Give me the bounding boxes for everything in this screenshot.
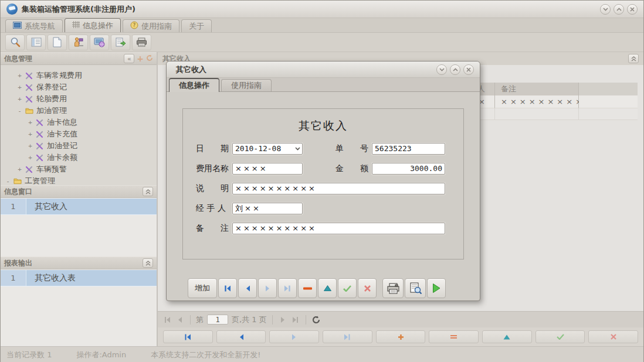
tool-icon <box>25 95 33 103</box>
prev-record-button[interactable] <box>238 278 257 298</box>
expand-marker[interactable]: + <box>28 131 33 138</box>
tree-item-label: 加油管理 <box>36 105 67 116</box>
restore-button[interactable] <box>614 4 624 15</box>
folder-icon <box>25 107 33 115</box>
print-preview-button[interactable] <box>405 278 426 298</box>
expand-marker[interactable]: + <box>17 95 22 103</box>
edit-record-button[interactable] <box>482 330 532 343</box>
export-icon[interactable] <box>111 35 130 50</box>
cancel-button[interactable] <box>358 278 377 298</box>
dialog-minimize-button[interactable] <box>436 64 447 75</box>
expand-marker[interactable]: + <box>28 119 33 127</box>
app-window: 集装箱运输管理系统(非注册用户) 系统导航 信息操作 ? 使用指南 关于 <box>0 0 644 362</box>
print-button[interactable] <box>382 278 404 298</box>
amount-input[interactable]: 3000.00 <box>372 163 445 175</box>
next-record-button[interactable] <box>258 278 277 298</box>
first-page-icon[interactable] <box>162 315 172 325</box>
collapse-up-icon[interactable] <box>143 258 153 268</box>
close-button[interactable] <box>627 4 638 15</box>
first-record-button[interactable] <box>163 330 213 343</box>
dialog-restore-button[interactable] <box>450 64 460 75</box>
dialog-tab-user-guide[interactable]: 使用指南 <box>221 79 272 91</box>
dialog-body: 其它收入 日 期 2010-12-08 单 号 56235223 费用名称 ××… <box>167 92 480 301</box>
last-page-icon[interactable] <box>291 315 300 325</box>
page-input[interactable] <box>207 315 228 325</box>
description-input[interactable]: ×××××××××× <box>232 183 445 194</box>
printer-icon[interactable] <box>132 35 151 50</box>
form-list-icon[interactable] <box>26 35 46 50</box>
tab-system-nav[interactable]: 系统导航 <box>5 19 63 32</box>
tool-icon <box>36 142 44 150</box>
tree-item-fuel-card-recharge[interactable]: +油卡充值 <box>1 128 157 140</box>
expand-marker[interactable]: + <box>28 142 33 150</box>
add-record-button[interactable] <box>376 330 426 343</box>
form-heading: 其它收入 <box>183 118 463 134</box>
chevron-down-icon[interactable] <box>293 147 302 151</box>
last-record-button[interactable] <box>278 278 297 298</box>
delete-record-button[interactable] <box>298 278 317 298</box>
sidebar: 信息管理 « + +车辆常规费用 +保养登记 +轮胎费用 -加油管理 +油卡信息… <box>1 52 158 346</box>
last-record-button[interactable] <box>323 330 372 343</box>
tree-item-refuel-register[interactable]: +加油登记 <box>1 140 157 152</box>
expand-marker[interactable]: + <box>28 154 33 162</box>
dialog-tab-info-operation[interactable]: 信息操作 <box>169 78 219 92</box>
run-report-button[interactable] <box>427 278 446 298</box>
window-list-item[interactable]: 1 其它收入 <box>1 199 157 215</box>
tree-item-refuel-management[interactable]: -加油管理 <box>1 105 157 117</box>
tab-user-guide[interactable]: ? 使用指南 <box>123 19 179 32</box>
document-icon[interactable] <box>48 35 67 50</box>
tree-item-salary-management[interactable]: -工资管理 <box>1 175 157 185</box>
report-list-item[interactable]: 1 其它收入表 <box>1 270 157 286</box>
expand-marker[interactable]: + <box>17 72 22 80</box>
refresh-icon[interactable] <box>311 315 321 325</box>
prev-page-icon[interactable] <box>175 315 185 325</box>
tree-item-vehicle-alert[interactable]: +车辆预警 <box>1 163 157 175</box>
search-icon[interactable] <box>5 35 25 50</box>
tree-item-vehicle-regular-fee[interactable]: +车辆常规费用 <box>1 70 157 81</box>
expand-marker[interactable]: - <box>17 107 22 115</box>
fee-name-input[interactable]: ×××× <box>232 163 303 175</box>
prev-record-button[interactable] <box>216 330 266 343</box>
tree-item-fuel-card-info[interactable]: +油卡信息 <box>1 117 157 128</box>
description-label: 说 明 <box>196 183 232 194</box>
expand-marker[interactable]: - <box>5 177 11 185</box>
next-record-button[interactable] <box>269 330 319 343</box>
refresh-icon[interactable] <box>146 54 153 63</box>
date-label: 日 期 <box>196 144 232 154</box>
tab-about[interactable]: 关于 <box>181 19 212 32</box>
other-income-dialog: 其它收入 信息操作 使用指南 其它收入 日 期 2010-12-08 <box>166 61 480 301</box>
delete-record-button[interactable] <box>429 330 479 343</box>
minimize-button[interactable] <box>600 4 611 15</box>
tab-info-operation[interactable]: 信息操作 <box>65 18 121 32</box>
title-bar: 集装箱运输管理系统(非注册用户) <box>1 1 643 18</box>
tab-label: 信息操作 <box>83 21 113 31</box>
dialog-title-bar[interactable]: 其它收入 <box>167 62 480 78</box>
first-record-button[interactable] <box>218 278 237 298</box>
tree-item-fuel-card-balance[interactable]: +油卡余额 <box>1 152 157 163</box>
confirm-button[interactable] <box>338 278 357 298</box>
next-page-icon[interactable] <box>278 315 287 325</box>
add-icon[interactable]: + <box>137 54 144 63</box>
expand-marker[interactable]: + <box>17 84 22 91</box>
tool-icon <box>25 166 33 173</box>
tree-item-tire-fee[interactable]: +轮胎费用 <box>1 93 157 105</box>
date-select[interactable]: 2010-12-08 <box>232 143 303 155</box>
svg-text:?: ? <box>133 22 136 28</box>
screen-globe-icon[interactable] <box>90 35 109 50</box>
collapse-left-icon[interactable]: « <box>124 54 134 63</box>
edit-record-button[interactable] <box>318 278 337 298</box>
handler-input[interactable]: 刘×× <box>232 203 303 214</box>
dialog-close-button[interactable] <box>463 64 474 75</box>
collapse-up-icon[interactable] <box>143 187 153 196</box>
remark-input[interactable]: ×××××××××× <box>232 223 445 234</box>
confirm-button[interactable] <box>535 330 585 343</box>
app-logo-icon <box>6 4 18 15</box>
cancel-button[interactable] <box>588 330 638 343</box>
collapse-up-icon[interactable] <box>628 54 639 63</box>
number-input[interactable]: 56235223 <box>372 143 445 155</box>
tree-item-maintenance[interactable]: +保养登记 <box>1 81 157 93</box>
expand-marker[interactable]: + <box>17 166 22 173</box>
col-header-remark[interactable]: 备注 <box>495 83 579 95</box>
add-button[interactable]: 增加 <box>188 278 217 298</box>
user-chart-icon[interactable] <box>69 35 88 50</box>
